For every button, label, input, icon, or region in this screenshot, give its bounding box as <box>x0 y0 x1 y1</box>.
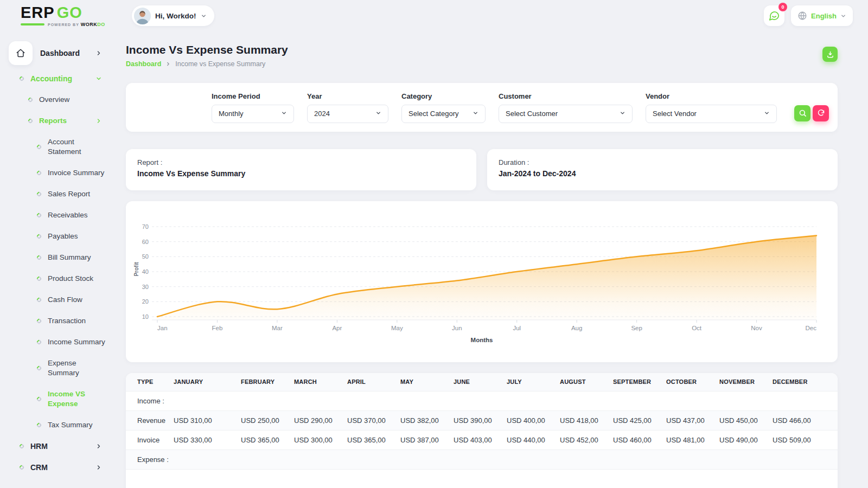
sidebar-item-label: Invoice Summary <box>48 168 104 178</box>
chevron-down-icon <box>281 110 287 116</box>
filter-category-select[interactable]: Select Category <box>401 105 486 123</box>
chevron-right-icon <box>95 118 102 124</box>
filter-vendor-select[interactable]: Select Vendor <box>646 105 777 123</box>
report-card: Report : Income Vs Expense Summary <box>126 149 476 190</box>
sidebar-item-income-vs-expense[interactable]: Income VS Expense <box>0 383 126 414</box>
bullet-icon <box>36 339 42 345</box>
bullet-icon <box>36 365 42 371</box>
svg-text:Aug: Aug <box>571 325 582 331</box>
value-cell: USD 310,00 <box>174 410 241 430</box>
row-label: Expense : <box>126 450 174 469</box>
breadcrumb-dashboard-link[interactable]: Dashboard <box>126 60 161 68</box>
sidebar-item-reports[interactable]: Reports <box>0 110 126 131</box>
sidebar-item-product-stock[interactable]: Product Stock <box>0 268 126 289</box>
chevron-down-icon <box>840 13 846 19</box>
profit-area-chart: 70605040302010JanFebMarAprMayJunJulAugSe… <box>135 210 829 343</box>
bullet-icon <box>36 396 42 402</box>
sidebar-item-overview[interactable]: Overview <box>0 89 126 110</box>
column-header-april: APRIL <box>347 373 400 391</box>
user-menu[interactable]: Hi, Workdo! <box>132 5 214 26</box>
report-value: Income Vs Expense Summary <box>137 169 465 178</box>
filter-income-period-select[interactable]: Monthly <box>212 105 294 123</box>
sidebar-item-cash-flow[interactable]: Cash Flow <box>0 289 126 310</box>
value-cell: USD 466,00 <box>773 410 838 430</box>
bullet-icon <box>36 170 42 176</box>
filter-customer-label: Customer <box>499 92 633 100</box>
income-expense-table: TYPEJANUARYFEBRUARYMARCHAPRILMAYJUNEJULY… <box>126 373 838 470</box>
sidebar-item-dashboard[interactable]: Dashboard <box>9 41 117 65</box>
chevron-right-icon <box>95 443 102 450</box>
filter-year-select[interactable]: 2024 <box>307 105 388 123</box>
value-cell: USD 387,00 <box>400 430 454 450</box>
sidebar-item-label: CRM <box>30 463 48 472</box>
sidebar-item-label: HRM <box>30 441 48 451</box>
sidebar-item-label: Bill Summary <box>48 253 91 262</box>
sidebar-item-receivables[interactable]: Receivables <box>0 204 126 226</box>
column-header-november: NOVEMBER <box>719 373 773 391</box>
page-title: Income Vs Expense Summary <box>126 43 838 56</box>
svg-text:10: 10 <box>142 313 149 320</box>
svg-text:Apr: Apr <box>332 325 342 331</box>
empty-cell <box>174 391 838 410</box>
sidebar-item-hrm[interactable]: HRM <box>0 435 126 457</box>
value-cell: USD 460,00 <box>613 430 666 450</box>
download-button[interactable] <box>822 47 838 62</box>
breadcrumb-current: Income vs Expense Summary <box>175 60 265 68</box>
filter-year: Year2024 <box>307 92 388 123</box>
sidebar-item-crm[interactable]: CRM <box>0 457 126 478</box>
svg-text:Jul: Jul <box>513 325 521 331</box>
value-cell: USD 481,00 <box>666 430 719 450</box>
bullet-icon <box>18 75 24 81</box>
bullet-icon <box>36 297 42 303</box>
chevron-right-icon <box>95 464 102 471</box>
filter-customer-select[interactable]: Select Customer <box>499 105 633 123</box>
filter-category-value: Select Category <box>409 110 459 118</box>
svg-text:40: 40 <box>142 268 149 275</box>
sidebar-item-tax-summary[interactable]: Tax Summary <box>0 414 126 435</box>
bullet-icon <box>36 212 42 218</box>
breadcrumb: Dashboard Income vs Expense Summary <box>126 60 838 68</box>
column-header-september: SEPTEMBER <box>613 373 666 391</box>
bullet-icon <box>36 144 42 150</box>
messages-button[interactable]: 0 <box>764 5 784 26</box>
reset-button[interactable] <box>813 105 829 121</box>
reset-icon <box>817 109 825 117</box>
value-cell: USD 490,00 <box>719 430 773 450</box>
search-button[interactable] <box>794 105 810 121</box>
chevron-down-icon <box>375 110 381 116</box>
sidebar-nav: DashboardAccountingOverviewReportsAccoun… <box>0 31 126 488</box>
value-cell: USD 440,00 <box>507 430 560 450</box>
sidebar-item-accounting[interactable]: Accounting <box>0 68 126 89</box>
duration-card: Duration : Jan-2024 to Dec-2024 <box>487 149 838 190</box>
sidebar-item-transaction[interactable]: Transaction <box>0 310 126 331</box>
language-selector[interactable]: English <box>791 5 853 26</box>
table-header-row: TYPEJANUARYFEBRUARYMARCHAPRILMAYJUNEJULY… <box>126 373 838 391</box>
sidebar-item-payables[interactable]: Payables <box>0 226 126 247</box>
sidebar-item-invoice-summary[interactable]: Invoice Summary <box>0 162 126 183</box>
erpgo-logo[interactable]: ERPGO POWERED BY WORKDO <box>21 4 105 27</box>
sidebar-item-expense-summary[interactable]: Expense Summary <box>0 352 126 383</box>
filter-category-label: Category <box>401 92 486 100</box>
sidebar-item-label: Accounting <box>30 74 72 84</box>
sidebar-item-bill-summary[interactable]: Bill Summary <box>0 247 126 268</box>
filter-income-period-value: Monthly <box>219 110 244 118</box>
chevron-down-icon <box>473 110 478 116</box>
sidebar-item-sales-report[interactable]: Sales Report <box>0 183 126 204</box>
duration-label: Duration : <box>499 158 826 166</box>
empty-cell <box>174 450 838 469</box>
value-cell: USD 370,00 <box>347 410 400 430</box>
svg-text:Jan: Jan <box>157 325 168 331</box>
bullet-icon <box>36 191 42 197</box>
sidebar-item-account-statement[interactable]: Account Statement <box>0 131 126 162</box>
svg-text:70: 70 <box>142 223 149 230</box>
sidebar-item-income-summary[interactable]: Income Summary <box>0 331 126 352</box>
language-label: English <box>811 12 837 20</box>
filter-category: CategorySelect Category <box>401 92 486 123</box>
table-row: RevenueUSD 310,00USD 250,00USD 290,00USD… <box>126 410 838 430</box>
value-cell: USD 330,00 <box>174 430 241 450</box>
column-header-january: JANUARY <box>174 373 241 391</box>
svg-text:20: 20 <box>142 298 149 305</box>
sidebar-item-label: Dashboard <box>40 48 80 58</box>
value-cell: USD 452,00 <box>560 430 613 450</box>
sidebar-item-label: Tax Summary <box>48 420 93 430</box>
